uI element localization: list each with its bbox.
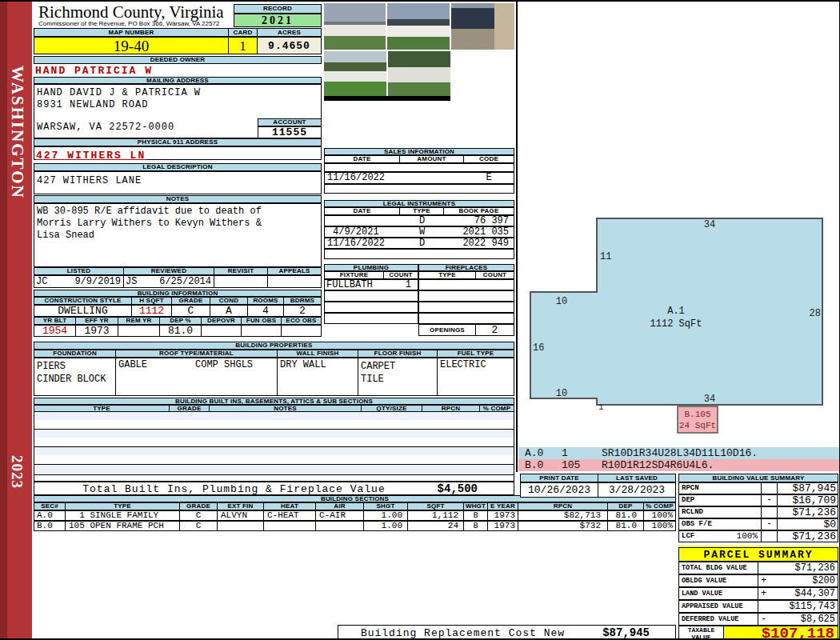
legal-description-label: LEGAL DESCRIPTION bbox=[34, 163, 322, 171]
photo-outbuilding[interactable] bbox=[324, 3, 386, 50]
fuel-type-value: ELECTRIC bbox=[438, 358, 486, 370]
plumbing-row-empty bbox=[324, 313, 418, 324]
bs-grade-header: GRADE bbox=[180, 502, 218, 510]
sketch-dim-left: 16 bbox=[533, 342, 544, 354]
ps-value: $115,743 bbox=[789, 602, 838, 612]
parcel-summary-row: OBLDG VALUE + $200 bbox=[678, 574, 838, 587]
li-type: D bbox=[400, 238, 444, 249]
ps-value-cell: $71,236 bbox=[758, 562, 838, 574]
ps-label: OBLDG VALUE bbox=[678, 574, 758, 587]
bs-dep-header: DEP bbox=[608, 502, 644, 510]
ps-label: DEFERRED VALUE bbox=[678, 613, 758, 626]
effyr-value: 1973 bbox=[76, 325, 118, 337]
record-value: 2021 bbox=[234, 14, 322, 27]
sales-code-header: CODE bbox=[464, 155, 514, 163]
effyr-header: EFF YR bbox=[76, 317, 118, 325]
building-info-values1: DWELLING 1112 C A 4 2 bbox=[34, 305, 322, 317]
photo-house-yard[interactable] bbox=[324, 51, 386, 96]
sketch-legend-row-a: A.0 1 SR10D1R34U28L34D11L10D16. bbox=[518, 447, 840, 459]
legal-instruments-headers: DATE TYPE BOOK PAGE bbox=[324, 207, 514, 215]
ps-value: $8,625 bbox=[801, 614, 838, 625]
bs-comp: 100% bbox=[644, 521, 676, 531]
fireplace-type-header: TYPE bbox=[418, 271, 476, 279]
built-ins-empty-rows bbox=[34, 412, 514, 474]
sketch-dim-notch-top: 10 bbox=[556, 296, 567, 307]
bs-eyear-header: E YEAR bbox=[488, 502, 518, 510]
bs-shgt: 1.00 bbox=[364, 510, 408, 521]
fixture-count: 1 bbox=[384, 279, 418, 290]
listed-date: 9/9/2019 bbox=[74, 277, 123, 287]
photo-house-front[interactable] bbox=[387, 3, 450, 50]
sales-code: E bbox=[464, 172, 514, 184]
sketch-dim-right: 28 bbox=[810, 308, 821, 319]
bs-shgt: 1.00 bbox=[364, 521, 408, 531]
li-date bbox=[324, 215, 400, 226]
depovr-value bbox=[202, 325, 242, 337]
bs-sqft: 24 bbox=[408, 521, 464, 531]
appeals-header: APPEALS bbox=[268, 267, 322, 275]
hsqft-header: H SQFT bbox=[132, 297, 172, 305]
built-ins-total-value: $4,500 bbox=[438, 482, 478, 495]
building-sketch: 34 11 10 16 10 1 28 34 A.1 1112 SqFt B.1… bbox=[520, 210, 832, 442]
sketch-dim-bottom: 34 bbox=[704, 394, 715, 405]
bs-air: C-AIR bbox=[316, 510, 364, 521]
bvs-value: $87,945 bbox=[778, 482, 838, 494]
photo-shed[interactable] bbox=[388, 51, 450, 96]
replacement-cost-value: $87,945 bbox=[602, 626, 650, 639]
building-info-header1: CONSTRUCTION STYLE H SQFT GRADE COND ROO… bbox=[34, 297, 322, 305]
sketch-section-a-sqft: 1112 SqFt bbox=[650, 318, 702, 330]
building-properties-title: BUILDING PROPERTIES bbox=[34, 342, 514, 350]
dep-pct-header: DEP % bbox=[160, 317, 202, 325]
foundation-cell: PIERS CINDER BLOCK bbox=[34, 358, 116, 396]
li-type: D bbox=[400, 215, 444, 226]
fixture-value: FULLBATH bbox=[324, 279, 384, 290]
legal-description-value: 427 WITHERS LANE bbox=[34, 175, 142, 186]
mailing-line: WARSAW, VA 22572-0000 bbox=[37, 122, 174, 133]
bs-grade: C bbox=[180, 521, 218, 531]
built-ins-spacer bbox=[34, 474, 514, 482]
appeals-cell bbox=[268, 275, 322, 288]
replacement-cost-label: Building Replacement Cost New bbox=[338, 627, 587, 639]
building-information-title: BUILDING INFORMATION bbox=[34, 290, 322, 297]
sales-headers: DATE AMOUNT CODE bbox=[324, 155, 514, 163]
property-record-card: WASHINGTON 2023 Richmond County, Virgini… bbox=[0, 0, 840, 640]
li-type-header: TYPE bbox=[400, 207, 444, 215]
dates-values: 10/26/2023 3/28/2023 bbox=[520, 482, 676, 498]
review-value-row: JC 9/9/2019 JS 6/25/2014 bbox=[34, 275, 322, 288]
bdrms-value: 2 bbox=[284, 305, 322, 317]
built-ins-headers: TYPE GRADE NOTES QTY/SIZE RPCN % COMP bbox=[34, 405, 514, 412]
fireplace-row-empty bbox=[418, 279, 514, 290]
wall-finish-value: DRY WALL bbox=[278, 358, 326, 370]
li-bookpage-header: BOOK PAGE bbox=[444, 207, 514, 215]
bs-air-header: AIR bbox=[316, 502, 364, 510]
bs-sqft: 1,112 bbox=[408, 510, 464, 521]
sales-title: SALES INFORMATION bbox=[324, 148, 514, 155]
building-info-header2: YR BLT EFF YR REM YR DEP % DEPOVR FUN OB… bbox=[34, 317, 322, 325]
openings-label: OPENINGS bbox=[418, 324, 476, 336]
roof-header: ROOF TYPE/MATERIAL bbox=[116, 350, 278, 358]
photo-strip bbox=[324, 96, 450, 101]
parcel-summary: PARCEL SUMMARY TOTAL BLDG VALUE $71,236 … bbox=[678, 546, 838, 640]
built-ins-total-label: Total Built Ins, Plumbing & Fireplace Va… bbox=[34, 483, 434, 495]
bs-heat bbox=[264, 521, 316, 531]
rooms-value: 4 bbox=[248, 305, 284, 317]
legal-instrument-row-empty bbox=[324, 249, 514, 259]
print-date-value: 10/26/2023 bbox=[520, 482, 598, 498]
bs-type: 1 SINGLE FAMILY bbox=[66, 510, 180, 521]
record-label: RECORD bbox=[234, 4, 322, 14]
bs-sec: A.0 bbox=[34, 510, 66, 521]
built-ins-total-row: Total Built Ins, Plumbing & Fireplace Va… bbox=[34, 482, 514, 495]
notes-line: WB 30-895 R/E affidavit due to death of bbox=[34, 204, 321, 218]
bvs-value: $71,236 bbox=[778, 506, 838, 518]
sketch-section-a-label: A.1 bbox=[667, 306, 685, 317]
photo-mailbox[interactable] bbox=[451, 3, 514, 50]
bs-eyear: 1973 bbox=[488, 521, 518, 531]
building-info-values2: 1954 1973 81.0 bbox=[34, 325, 322, 337]
li-type: W bbox=[400, 226, 444, 238]
roof-material: COMP SHGLS bbox=[147, 358, 253, 370]
tax-year-label: 2023 bbox=[8, 455, 26, 527]
legal-instrument-row: 11/16/2022 D 2022 949 bbox=[324, 238, 514, 249]
sketch-section-b-label: B.105 bbox=[684, 410, 710, 419]
ps-sign: + bbox=[758, 576, 772, 586]
bs-dep: 81.0 bbox=[608, 521, 644, 531]
